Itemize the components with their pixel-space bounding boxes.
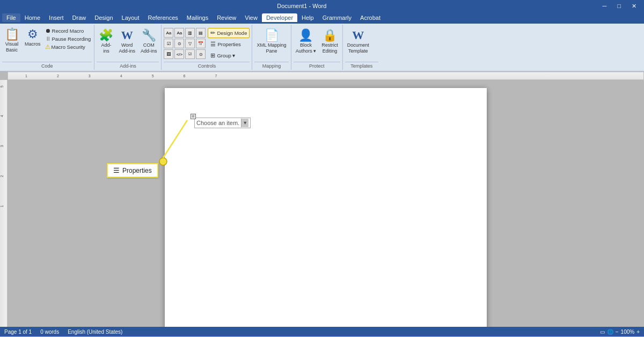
ctrl-icon-8[interactable]: 📅 xyxy=(196,39,206,48)
title-text: Document1 - Word xyxy=(4,3,599,9)
menu-item-review[interactable]: Review xyxy=(213,13,240,22)
ctrl-icon-4[interactable]: ▤ xyxy=(196,28,206,38)
ribbon-group-code: 📋 VisualBasic ⚙ Macros ⏺ Record Macro ⏸ … xyxy=(0,25,94,70)
macro-security-button[interactable]: ⚠ Macro Security xyxy=(44,43,92,51)
restrict-editing-button[interactable]: 🔒 RestrictEditing xyxy=(319,27,340,56)
ctrl-icon-7[interactable]: ▽ xyxy=(185,39,195,48)
callout-icon: ☰ xyxy=(113,166,120,174)
menu-item-design[interactable]: Design xyxy=(90,13,117,22)
ribbon-group-controls: Aa Aa ▥ ▤ ☑ ⊙ ▽ 📅 🖼 </> ☑ ⊙ ✏ Design Mod… xyxy=(162,25,252,70)
record-macro-button[interactable]: ⏺ Record Macro xyxy=(44,27,92,34)
group-icon: ⊞ xyxy=(210,52,215,59)
macros-button[interactable]: ⚙ Macros xyxy=(23,26,43,49)
print-layout-btn[interactable]: ▭ xyxy=(600,329,605,335)
callout-text: Properties xyxy=(122,167,152,174)
horizontal-ruler: 1 2 3 4 5 6 7 xyxy=(8,71,644,80)
mapping-group-label: Mapping xyxy=(254,62,288,69)
document-template-icon: W xyxy=(352,28,364,42)
word-add-ins-label: WordAdd-ins xyxy=(119,42,135,54)
addins-group-label: Add-ins xyxy=(97,62,159,69)
maximize-btn[interactable]: □ xyxy=(614,3,624,10)
word-count: 0 words xyxy=(40,329,59,335)
document-page: ⊞ Choose an item. ▼ xyxy=(165,88,487,327)
visual-basic-icon: 📋 xyxy=(5,27,19,41)
menu-item-view[interactable]: View xyxy=(240,13,262,22)
dropdown-text: Choose an item. xyxy=(196,120,239,126)
properties-icon: ☰ xyxy=(210,41,216,48)
dropdown-arrow[interactable]: ▼ xyxy=(241,119,248,127)
xml-mapping-icon: 📄 xyxy=(265,28,279,42)
ctrl-icon-1[interactable]: Aa xyxy=(164,28,173,38)
vertical-ruler: 1 2 3 4 5 xyxy=(0,80,8,327)
menu-item-home[interactable]: Home xyxy=(20,13,45,22)
ribbon-group-templates: W DocumentTemplate Templates xyxy=(343,25,380,70)
document-area: ⊞ Choose an item. ▼ ☰ Properties xyxy=(8,80,644,327)
pause-recording-icon: ⏸ xyxy=(45,35,51,42)
menu-item-draw[interactable]: Draw xyxy=(68,13,91,22)
menu-item-layout[interactable]: Layout xyxy=(118,13,144,22)
document-template-button[interactable]: W DocumentTemplate xyxy=(345,27,371,56)
code-group-label: Code xyxy=(2,62,92,69)
page-indicator: Page 1 of 1 xyxy=(4,329,32,335)
zoom-level: 100% xyxy=(621,329,635,335)
restrict-editing-label: RestrictEditing xyxy=(321,42,338,54)
controls-group-label: Controls xyxy=(164,62,250,69)
ctrl-icon-11[interactable]: ☑ xyxy=(185,49,195,59)
block-authors-button[interactable]: 👤 BlockAuthors ▾ xyxy=(294,27,319,56)
close-btn[interactable]: ✕ xyxy=(628,3,640,10)
menu-bar: File Home Insert Draw Design Layout Refe… xyxy=(0,12,644,24)
document-template-label: DocumentTemplate xyxy=(347,42,369,54)
protect-group-label: Protect xyxy=(294,62,340,69)
status-bar: Page 1 of 1 0 words English (United Stat… xyxy=(0,327,644,336)
content-control-dropdown[interactable]: ⊞ Choose an item. ▼ xyxy=(194,118,251,128)
word-add-ins-button[interactable]: W WordAdd-ins xyxy=(116,27,137,56)
com-add-ins-button[interactable]: 🔧 COMAdd-ins xyxy=(138,27,159,56)
ctrl-icon-12[interactable]: ⊙ xyxy=(196,49,206,59)
add-ins-label: Add-ins xyxy=(101,42,111,54)
menu-item-file[interactable]: File xyxy=(2,13,20,22)
group-button[interactable]: ⊞ Group ▾ xyxy=(208,50,250,61)
menu-item-insert[interactable]: Insert xyxy=(45,13,68,22)
menu-item-grammarly[interactable]: Grammarly xyxy=(318,13,356,22)
language-indicator: English (United States) xyxy=(68,329,122,335)
restrict-editing-icon: 🔒 xyxy=(323,28,337,42)
add-ins-icon: 🧩 xyxy=(99,28,113,42)
menu-item-acrobat[interactable]: Acrobat xyxy=(356,13,385,22)
ctrl-icon-9[interactable]: 🖼 xyxy=(164,49,173,59)
menu-item-help[interactable]: Help xyxy=(297,13,318,22)
menu-item-references[interactable]: References xyxy=(144,13,182,22)
xml-mapping-button[interactable]: 📄 XML MappingPane xyxy=(254,27,288,56)
main-area: 1 2 3 4 5 ⊞ Choose an item. ▼ ☰ Properti… xyxy=(0,80,644,327)
design-mode-icon: ✏ xyxy=(210,30,215,36)
com-add-ins-label: COMAdd-ins xyxy=(141,42,157,54)
horizontal-ruler-container: 1 2 3 4 5 6 7 xyxy=(0,71,644,80)
com-add-ins-icon: 🔧 xyxy=(142,28,156,42)
view-buttons: ▭ 🌐 − 100% + xyxy=(600,329,640,335)
properties-button[interactable]: ☰ Properties xyxy=(208,39,250,49)
ctrl-icon-5[interactable]: ☑ xyxy=(164,39,173,48)
ctrl-icon-3[interactable]: ▥ xyxy=(185,28,195,38)
visual-basic-button[interactable]: 📋 VisualBasic xyxy=(2,26,21,55)
menu-item-developer[interactable]: Developer xyxy=(262,13,297,22)
ctrl-icon-2[interactable]: Aa xyxy=(174,28,184,38)
visual-basic-label: VisualBasic xyxy=(5,41,18,53)
ribbon-group-mapping: 📄 XML MappingPane Mapping xyxy=(252,25,291,70)
zoom-out-btn[interactable]: − xyxy=(616,329,619,335)
minimize-btn[interactable]: ─ xyxy=(599,3,610,10)
pause-recording-button[interactable]: ⏸ Pause Recording xyxy=(44,35,92,42)
design-mode-button[interactable]: ✏ Design Mode xyxy=(208,28,250,38)
content-control-handle: ⊞ xyxy=(191,114,196,119)
title-bar: Document1 - Word ─ □ ✕ xyxy=(0,0,644,12)
macros-label: Macros xyxy=(25,41,41,47)
xml-mapping-label: XML MappingPane xyxy=(257,42,286,54)
zoom-in-btn[interactable]: + xyxy=(636,329,640,335)
menu-item-mailings[interactable]: Mailings xyxy=(182,13,213,22)
ctrl-icon-10[interactable]: </> xyxy=(174,49,184,59)
macro-security-icon: ⚠ xyxy=(45,43,50,50)
block-authors-label: BlockAuthors ▾ xyxy=(296,42,317,54)
add-ins-button[interactable]: 🧩 Add-ins xyxy=(97,27,115,56)
ctrl-icon-6[interactable]: ⊙ xyxy=(174,39,184,48)
record-macro-icon: ⏺ xyxy=(45,27,51,34)
ribbon: 📋 VisualBasic ⚙ Macros ⏺ Record Macro ⏸ … xyxy=(0,24,644,71)
web-layout-btn[interactable]: 🌐 xyxy=(607,329,613,335)
